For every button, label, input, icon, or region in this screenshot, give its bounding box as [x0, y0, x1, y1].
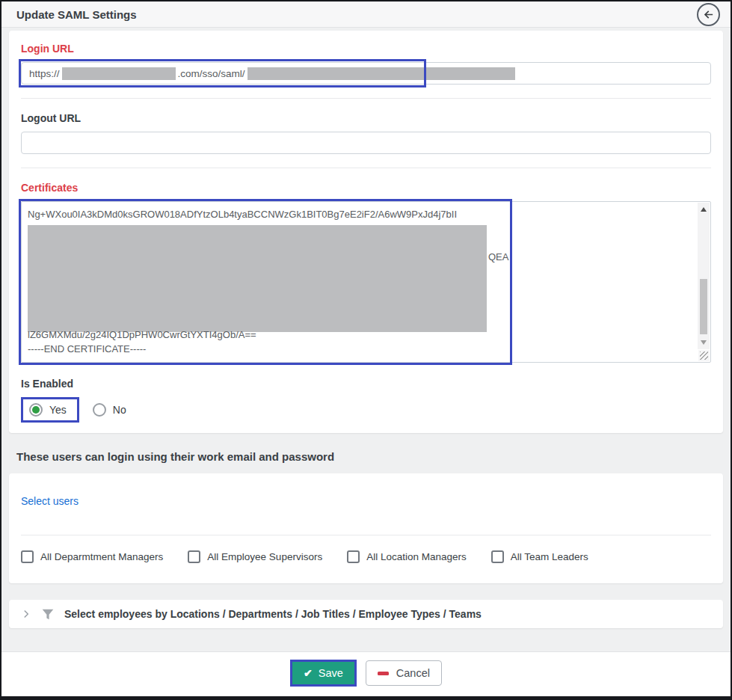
chevron-right-icon[interactable]	[21, 608, 31, 620]
scroll-down-icon[interactable]	[701, 340, 707, 345]
is-enabled-radio-group: Yes No	[21, 397, 711, 423]
annotation-highlight-save: ✔ Save	[290, 660, 357, 687]
checkbox-icon[interactable]	[347, 550, 360, 563]
certificates-textarea[interactable]: Ng+WXou0IA3kDMd0ksGROW018ADfYtzOLb4tyaBC…	[21, 201, 711, 363]
redaction-block	[247, 67, 515, 80]
users-section-heading: These users can login using their work e…	[1, 433, 731, 473]
checkbox-all-location-managers[interactable]: All Location Managers	[347, 550, 467, 563]
radio-yes-label: Yes	[49, 404, 67, 416]
login-url-mid: .com/sso/saml/	[178, 68, 245, 79]
select-employees-expander[interactable]: Select employees by Locations / Departme…	[9, 600, 723, 628]
arrow-left-icon	[702, 8, 715, 21]
radio-unselected-icon[interactable]	[93, 403, 106, 417]
filter-funnel-icon	[42, 609, 54, 620]
field-divider	[21, 98, 711, 99]
back-button[interactable]	[697, 3, 720, 26]
vertical-scrollbar[interactable]	[698, 203, 710, 349]
certificates-label: Certificates	[21, 182, 711, 194]
radio-option-yes[interactable]: Yes	[29, 403, 67, 417]
certificate-text-tail1: lZ6GMXMdu/2g24IQ1DpPHW0CwrGtYXTI4gOb/A==	[28, 329, 256, 340]
cancel-button[interactable]: Cancel	[366, 660, 442, 686]
is-enabled-label: Is Enabled	[21, 378, 711, 390]
annotation-highlight-yes-radio: Yes	[21, 397, 79, 423]
checkbox-all-employee-supervisors[interactable]: All Employee Supervisors	[188, 550, 322, 563]
redaction-block	[28, 225, 487, 332]
logout-url-label: Logout URL	[21, 112, 711, 124]
radio-option-no[interactable]: No	[93, 403, 126, 417]
action-footer: ✔ Save Cancel	[1, 651, 731, 696]
login-url-input[interactable]: https:// .com/sso/saml/	[21, 62, 711, 85]
certificate-text-tail2: -----END CERTIFICATE-----	[28, 343, 146, 354]
login-url-prefix: https://	[29, 68, 60, 79]
select-employees-label: Select employees by Locations / Departme…	[64, 608, 482, 620]
save-button[interactable]: ✔ Save	[292, 662, 354, 684]
scrollbar-thumb[interactable]	[700, 279, 707, 334]
checkbox-all-team-leaders[interactable]: All Team Leaders	[491, 550, 588, 563]
user-selection-card: Select users All Deparmtment Managers Al…	[9, 473, 723, 583]
scroll-up-icon[interactable]	[701, 207, 707, 212]
update-saml-settings-page: Update SAML Settings Login URL https:// …	[0, 0, 732, 700]
redaction-block	[62, 67, 176, 80]
field-divider	[21, 168, 711, 168]
checkbox-icon[interactable]	[491, 550, 504, 563]
radio-no-label: No	[113, 404, 126, 416]
logout-url-input[interactable]	[21, 132, 711, 154]
select-users-link[interactable]: Select users	[21, 495, 79, 507]
checkbox-all-department-managers[interactable]: All Deparmtment Managers	[21, 550, 163, 563]
role-checkbox-row: All Deparmtment Managers All Employee Su…	[21, 535, 711, 583]
login-url-label: Login URL	[21, 43, 711, 55]
check-icon: ✔	[304, 667, 313, 679]
certificate-text-peek: QEA	[488, 251, 508, 262]
certificate-text-line1: Ng+WXou0IA3kDMd0ksGROW018ADfYtzOLb4tyaBC…	[28, 209, 691, 220]
page-header: Update SAML Settings	[1, 1, 731, 28]
checkbox-icon[interactable]	[21, 550, 34, 563]
checkbox-icon[interactable]	[188, 550, 200, 563]
saml-settings-card: Login URL https:// .com/sso/saml/ Logout…	[9, 31, 723, 433]
radio-selected-icon[interactable]	[29, 403, 43, 417]
minus-icon	[378, 672, 389, 675]
resize-grip-icon[interactable]	[698, 350, 710, 361]
page-title: Update SAML Settings	[16, 8, 137, 21]
